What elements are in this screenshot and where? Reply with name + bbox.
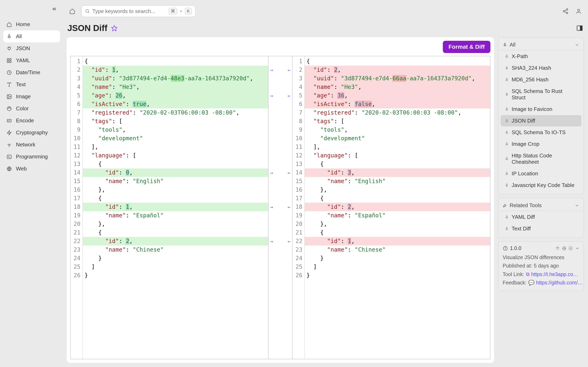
diff-left-pane[interactable]: 1234567891011121314151617181920212223242… [71, 56, 268, 359]
diff-arrow-right[interactable]: → [270, 93, 273, 99]
sidebar-item-json[interactable]: JSON [3, 42, 60, 54]
encode-icon [7, 118, 12, 123]
sidebar-item-all[interactable]: All [3, 30, 60, 42]
diff-arrow-left[interactable]: ← [288, 170, 291, 176]
right-item[interactable]: SQL Schema To IO-TS [501, 127, 581, 138]
pin-icon [505, 142, 509, 146]
plug-icon [555, 246, 560, 250]
sidebar-item-encode[interactable]: Encode [3, 115, 60, 127]
diff-arrow-right[interactable]: → [270, 67, 273, 73]
right-item[interactable]: SHA3_224 Hash [501, 62, 581, 74]
pin-icon [505, 215, 509, 219]
svg-point-27 [563, 10, 565, 12]
right-item[interactable]: MD6_256 Hash [501, 74, 581, 85]
share-button[interactable] [561, 7, 570, 16]
diff-arrow-left[interactable]: ← [288, 239, 291, 244]
right-item-label: SQL Schema To Rust Struct [512, 88, 577, 101]
chevron-down-icon[interactable] [575, 246, 579, 250]
related-item[interactable]: Text Diff [501, 223, 581, 234]
svg-line-25 [88, 12, 89, 13]
pin-icon [505, 157, 509, 161]
meta-feedback-value[interactable]: https://github.com/… [536, 280, 583, 286]
pin-icon [505, 54, 509, 58]
sidebar-item-yaml[interactable]: YAML [3, 54, 60, 67]
home-button[interactable] [67, 6, 77, 16]
svg-rect-4 [9, 61, 11, 63]
diff-arrow-left[interactable]: ← [288, 93, 291, 99]
svg-rect-2 [9, 58, 11, 60]
sidebar-item-label: Encode [16, 117, 34, 124]
clock-icon [7, 70, 12, 75]
right-all-section: All X-PathSHA3_224 HashMD6_256 HashSQL S… [498, 37, 584, 194]
right-item[interactable]: Image Crop [501, 138, 581, 150]
sidebar-item-image[interactable]: Image [3, 91, 60, 103]
text-icon [7, 82, 12, 87]
gutter-right: 1234567891011121314151617181920212223242… [293, 56, 305, 359]
sidebar-collapse-button[interactable] [52, 6, 57, 12]
diff-arrow-right[interactable]: → [270, 170, 273, 176]
sidebar-item-label: Programming [16, 154, 48, 160]
diff-editor[interactable]: 1234567891011121314151617181920212223242… [70, 56, 490, 359]
kbd-mod: ⌘ [169, 8, 177, 15]
meta-toollink-label: Tool Link: [503, 271, 524, 277]
search-input[interactable] [92, 8, 166, 15]
svg-marker-32 [112, 25, 117, 31]
right-related-header[interactable]: Related Tools [499, 201, 584, 211]
svg-point-24 [86, 9, 89, 12]
format-diff-button[interactable]: Format & Diff [443, 41, 490, 53]
sidebar-item-text[interactable]: Text [3, 78, 60, 91]
diff-arrow-right[interactable]: → [270, 204, 273, 210]
right-item[interactable]: SQL Schema To Rust Struct [501, 86, 581, 103]
right-item[interactable]: Javascript Key Code Table [501, 180, 581, 191]
right-item-label: IP Location [512, 170, 538, 177]
sidebar-item-cryptography[interactable]: Cryptography [3, 127, 60, 139]
svg-point-28 [566, 12, 568, 14]
right-item[interactable]: JSON Diff [501, 115, 581, 126]
pin-icon [505, 66, 509, 70]
favorite-button[interactable] [111, 25, 118, 31]
info-icon [503, 246, 508, 251]
diff-arrow-left[interactable]: ← [288, 67, 291, 73]
check-icon [568, 246, 573, 250]
bolt-icon [7, 130, 12, 135]
right-item[interactable]: X-Path [501, 51, 581, 62]
right-item[interactable]: Http Status Code Cheatsheet [501, 150, 581, 167]
sidebar-item-programming[interactable]: Programming [3, 151, 60, 163]
sidebar-item-web[interactable]: Web [3, 163, 60, 175]
panel-toggle-button[interactable] [576, 25, 583, 32]
sidebar-item-label: Color [16, 105, 29, 112]
sidebar-item-datetime[interactable]: Date/Time [3, 67, 60, 78]
right-all-header[interactable]: All [499, 40, 584, 50]
related-item-label: Text Diff [512, 225, 531, 232]
globe-icon [7, 166, 12, 171]
diff-right-pane[interactable]: 1234567891011121314151617181920212223242… [293, 56, 490, 359]
search-icon [85, 9, 90, 14]
pin-icon [505, 131, 509, 134]
svg-point-9 [8, 95, 9, 96]
kbd-plus: + [180, 8, 182, 14]
right-item[interactable]: IP Location [501, 168, 581, 179]
search-box[interactable]: ⌘ + K [81, 5, 196, 17]
comment-icon: 💬 [528, 280, 535, 286]
main: ⌘ + K JSON Diff Form [63, 0, 588, 367]
sidebar-item-color[interactable]: Color [3, 103, 60, 115]
sidebar-item-network[interactable]: Network [3, 139, 60, 151]
user-button[interactable] [574, 7, 583, 16]
diff-arrow-left[interactable]: ← [288, 204, 291, 210]
meta-toollink-value[interactable]: https://t.he3app.co… [531, 271, 579, 277]
topbar: ⌘ + K [67, 4, 584, 18]
sidebar-item-label: Web [16, 166, 27, 172]
plug-icon [7, 46, 12, 51]
meta-desc: Visualize JSON differences [503, 254, 564, 260]
code-right[interactable]: { "id": 2, "uuid": "3d877494-e7d4-66aa-a… [305, 56, 490, 359]
image-icon [7, 94, 12, 99]
diff-arrow-right[interactable]: → [270, 239, 273, 244]
sidebar-item-label: YAML [16, 57, 30, 64]
pin-icon [505, 183, 509, 187]
sidebar-item-home[interactable]: Home [3, 18, 60, 30]
globe-icon [562, 246, 566, 250]
right-item[interactable]: Image to Favicon [501, 104, 581, 115]
tool-icon [503, 203, 507, 208]
code-left[interactable]: { "id": 1, "uuid": "3d877494-e7d4-48e3-a… [83, 56, 268, 359]
related-item[interactable]: YAML Diff [501, 211, 581, 223]
